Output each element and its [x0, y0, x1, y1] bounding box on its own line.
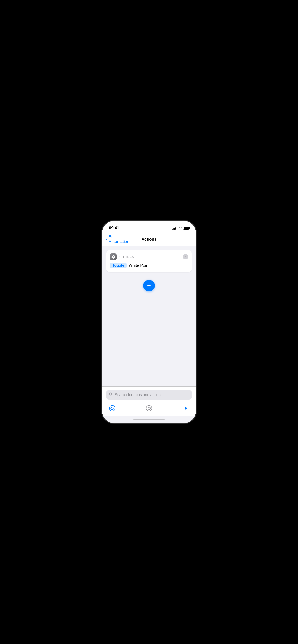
back-label: Edit Automation — [109, 234, 135, 244]
wifi-icon — [178, 226, 182, 230]
svg-marker-4 — [185, 406, 188, 410]
toggle-badge[interactable]: Toggle — [110, 262, 127, 268]
home-bar — [133, 419, 165, 420]
action-card-app: SETTINGS — [110, 254, 134, 260]
svg-point-3 — [146, 406, 152, 411]
chevron-left-icon: ‹ — [106, 237, 108, 242]
play-button[interactable] — [181, 404, 190, 412]
action-app-name: SETTINGS — [118, 255, 134, 258]
action-card: SETTINGS × Toggle White Point — [106, 250, 192, 272]
bottom-panel: Search for apps and actions — [102, 386, 196, 416]
svg-line-1 — [112, 395, 112, 396]
undo-button[interactable] — [108, 404, 117, 412]
status-bar: 09:41 — [102, 221, 196, 232]
redo-button[interactable] — [145, 404, 153, 412]
add-button-container: + — [106, 278, 192, 297]
search-placeholder-text: Search for apps and actions — [115, 393, 163, 397]
home-indicator — [102, 416, 196, 423]
action-card-body: Toggle White Point — [110, 262, 188, 268]
main-content: SETTINGS × Toggle White Point + — [102, 246, 196, 386]
page-title: Actions — [135, 237, 163, 242]
svg-point-2 — [109, 406, 115, 411]
bottom-toolbar — [106, 403, 192, 414]
plus-icon: + — [147, 282, 151, 289]
close-icon: × — [185, 255, 186, 258]
settings-app-icon — [110, 254, 117, 260]
action-description: White Point — [129, 263, 150, 268]
action-card-header: SETTINGS × — [110, 254, 188, 260]
back-button[interactable]: ‹ Edit Automation — [106, 234, 135, 244]
battery-icon — [183, 227, 189, 230]
status-time: 09:41 — [109, 226, 119, 230]
status-icons — [172, 226, 189, 230]
action-card-close-button[interactable]: × — [183, 254, 188, 260]
phone-frame: 09:41 ‹ Edit Automation — [102, 221, 196, 423]
signal-icon — [172, 227, 176, 230]
search-bar[interactable]: Search for apps and actions — [106, 390, 192, 400]
nav-bar: ‹ Edit Automation Actions — [102, 232, 196, 246]
search-icon — [109, 392, 113, 397]
add-action-button[interactable]: + — [143, 280, 155, 291]
